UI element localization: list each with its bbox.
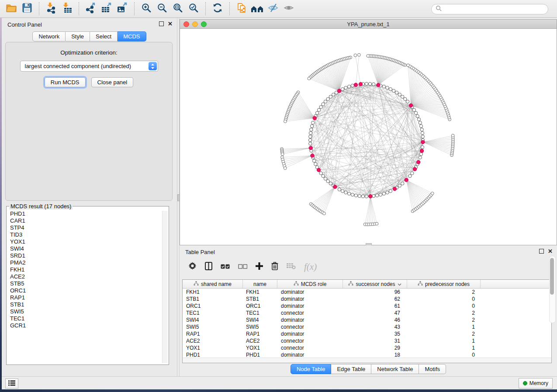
cell-mcds-role: dominator — [277, 289, 343, 295]
export-table-button[interactable] — [99, 1, 114, 16]
table-settings-button[interactable] — [188, 262, 197, 272]
table-row[interactable]: ACE2ACE2connector311 — [183, 337, 551, 344]
deselect-all-button[interactable] — [238, 263, 247, 271]
mcds-list-scrollbar[interactable] — [162, 211, 168, 363]
table-row[interactable]: FKH1FKH1dominator962 — [183, 289, 551, 296]
cell-predecessor-nodes: 0 — [407, 296, 481, 302]
mcds-result-item[interactable]: SRD1 — [10, 252, 162, 259]
table-tab-edge-table[interactable]: Edge Table — [331, 364, 371, 374]
cell-mcds-role: dominator — [277, 352, 343, 358]
mcds-result-item[interactable]: PHD1 — [10, 210, 162, 217]
mcds-result-item[interactable]: PMA2 — [10, 259, 162, 266]
table-tab-node-table[interactable]: Node Table — [291, 364, 332, 374]
import-table-button[interactable] — [59, 1, 75, 16]
clone-network-icon — [236, 2, 247, 15]
column-header-successor-nodes[interactable]: successor nodes — [343, 280, 407, 288]
mcds-result-item[interactable]: RAP1 — [10, 294, 162, 301]
column-header-name[interactable]: name — [243, 280, 277, 288]
scrollbar-thumb[interactable] — [550, 258, 554, 295]
mcds-result-item[interactable]: TEC1 — [10, 315, 162, 322]
cell-name: YOX1 — [243, 345, 277, 351]
zoom-in-button[interactable] — [138, 1, 154, 16]
mcds-result-item[interactable]: STB5 — [10, 280, 162, 287]
save-session-button[interactable] — [19, 1, 35, 16]
table-row[interactable]: ORC1ORC1dominator610 — [183, 303, 551, 309]
table-row[interactable]: STB1STB1dominator620 — [183, 296, 551, 303]
mcds-result-item[interactable]: SWI4 — [10, 245, 162, 252]
close-panel-icon[interactable]: ✕ — [168, 22, 173, 26]
search-input[interactable] — [444, 6, 548, 13]
open-session-button[interactable] — [3, 1, 19, 16]
tab-select[interactable]: Select — [90, 31, 118, 41]
create-column-button[interactable] — [256, 262, 263, 272]
export-image-button[interactable] — [114, 1, 130, 16]
table-row[interactable]: SWI5SWI5connector431 — [183, 323, 551, 330]
main-toolbar — [0, 0, 557, 18]
mcds-result-item[interactable]: STB1 — [10, 301, 162, 308]
mcds-result-item[interactable]: YOX1 — [10, 238, 162, 245]
network-canvas[interactable] — [180, 29, 557, 245]
import-network-button[interactable] — [43, 1, 59, 16]
columns-icon — [205, 262, 212, 272]
mcds-result-item[interactable]: STP4 — [10, 224, 162, 231]
mcds-result-item[interactable]: ACE2 — [10, 273, 162, 280]
mcds-result-item[interactable]: CAR1 — [10, 217, 162, 224]
zoom-selected-button[interactable] — [186, 1, 201, 16]
tab-network[interactable]: Network — [32, 31, 66, 41]
mcds-result-item[interactable]: TID3 — [10, 231, 162, 238]
cell-predecessor-nodes: 2 — [407, 289, 481, 295]
clone-network-button[interactable] — [234, 1, 249, 16]
cell-name: FKH1 — [243, 289, 277, 295]
export-network-button[interactable] — [83, 1, 99, 16]
column-header-mcds-role[interactable]: MCDS role — [277, 280, 343, 288]
column-header-shared-name[interactable]: shared name — [183, 280, 243, 288]
mcds-result-item[interactable]: FKH1 — [10, 266, 162, 273]
apply-layout-button[interactable] — [210, 1, 225, 16]
tab-mcds[interactable]: MCDS — [118, 31, 146, 41]
table-tab-motifs[interactable]: Motifs — [419, 364, 446, 374]
column-header-predecessor-nodes[interactable]: predecessor nodes — [407, 280, 481, 288]
close-panel-icon[interactable]: ✕ — [548, 249, 553, 254]
mcds-result-item[interactable]: GCR1 — [10, 322, 162, 329]
close-panel-button[interactable]: Close panel — [91, 77, 134, 87]
float-panel-icon[interactable] — [159, 21, 164, 26]
hide-selected-button[interactable] — [265, 1, 281, 16]
select-all-button[interactable] — [221, 263, 230, 271]
toolbar-separator — [134, 2, 135, 15]
cell-name: SWI5 — [243, 324, 277, 330]
cell-successor-nodes: 29 — [343, 345, 407, 351]
tab-style[interactable]: Style — [66, 31, 90, 41]
cell-predecessor-nodes: 2 — [407, 317, 481, 323]
mcds-result-item[interactable]: ORC1 — [10, 287, 162, 294]
horizontal-scrollbar[interactable] — [183, 358, 551, 363]
cell-name: RAP1 — [243, 331, 277, 337]
table-row[interactable]: RAP1RAP1dominator352 — [183, 330, 551, 337]
vertical-scrollbar[interactable] — [549, 256, 556, 323]
optimization-criterion-value: largest connected component (undirected) — [21, 63, 149, 69]
table-row[interactable]: YOX1YOX1connector291 — [183, 344, 551, 351]
node-table[interactable]: shared namenameMCDS rolesuccessor nodesp… — [182, 279, 552, 363]
mcds-result-item[interactable]: SWI5 — [10, 308, 162, 315]
zoom-out-button[interactable] — [154, 1, 170, 16]
run-mcds-button[interactable]: Run MCDS — [45, 77, 86, 87]
houses-button[interactable] — [249, 1, 265, 16]
show-columns-button[interactable] — [205, 262, 212, 272]
network-graph[interactable] — [180, 29, 557, 244]
sort-chevron-icon — [398, 281, 401, 287]
zoom-fit-button[interactable] — [170, 1, 186, 16]
table-row[interactable]: SWI4SWI4dominator462 — [183, 316, 551, 323]
show-all-button[interactable] — [281, 1, 297, 16]
memory-button[interactable]: Memory — [519, 378, 553, 389]
table-tab-network-table[interactable]: Network Table — [371, 364, 419, 374]
list-icon — [8, 380, 15, 388]
optimization-criterion-select[interactable]: largest connected component (undirected) — [20, 61, 158, 72]
show-panels-list-button[interactable] — [5, 378, 18, 389]
delete-column-button[interactable] — [271, 262, 278, 272]
search-box[interactable] — [431, 4, 548, 14]
table-row[interactable]: TEC1TEC1connector472 — [183, 309, 551, 316]
network-window-titlebar[interactable]: YPA_prune.txt_1 — [180, 19, 557, 29]
cell-shared-name: FKH1 — [183, 289, 243, 295]
column-header-label: predecessor nodes — [425, 281, 470, 287]
float-panel-icon[interactable] — [539, 249, 544, 254]
column-header-label: name — [253, 281, 266, 287]
